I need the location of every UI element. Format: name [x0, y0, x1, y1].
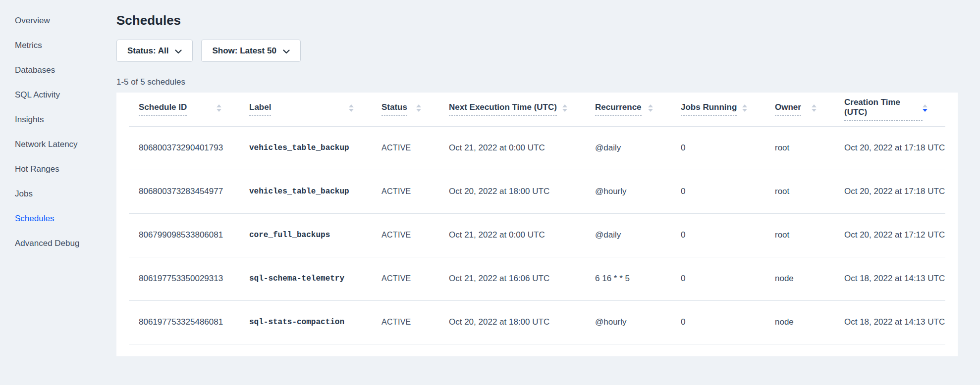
sort-icon[interactable] [416, 104, 421, 112]
status-filter-dropdown[interactable]: Status: All [116, 40, 193, 62]
cell-next-execution: Oct 20, 2022 at 18:00 UTC [439, 170, 585, 213]
sidebar-item-advanced-debug[interactable]: Advanced Debug [15, 239, 116, 248]
cell-status: ACTIVE [372, 257, 439, 300]
cell-schedule-id: 806800373283454977 [129, 170, 239, 213]
cell-owner: node [765, 257, 834, 300]
cell-status: ACTIVE [372, 300, 439, 344]
column-header-recurrence[interactable]: Recurrence [585, 93, 671, 126]
main-content: Schedules Status: All Show: Latest 50 1-… [116, 0, 980, 385]
sort-icon[interactable] [648, 104, 653, 112]
app-root: Overview Metrics Databases SQL Activity … [0, 0, 980, 385]
filter-bar: Status: All Show: Latest 50 [116, 40, 958, 62]
column-header-jobs-running[interactable]: Jobs Running [671, 93, 765, 126]
cell-owner: root [765, 126, 834, 170]
sidebar-item-schedules[interactable]: Schedules [15, 214, 116, 223]
sort-icon[interactable] [217, 104, 221, 112]
cell-label: vehicles_table_backup [239, 126, 372, 170]
sidebar-nav-list: Overview Metrics Databases SQL Activity … [15, 16, 116, 248]
cell-schedule-id: 806800373290401793 [129, 126, 239, 170]
cell-jobs-running: 0 [671, 300, 765, 344]
chevron-down-icon [175, 47, 182, 56]
table-row: 806800373290401793vehicles_table_backupA… [129, 126, 945, 170]
show-filter-label: Show: Latest 50 [212, 46, 276, 56]
table-row: 806197753350029313sql-schema-telemetryAC… [129, 257, 945, 300]
cell-jobs-running: 0 [671, 170, 765, 213]
show-filter-dropdown[interactable]: Show: Latest 50 [201, 40, 300, 62]
table-header-row: Schedule ID Label Status Next Execution … [129, 93, 945, 126]
column-header-label[interactable]: Label [239, 93, 372, 126]
sidebar: Overview Metrics Databases SQL Activity … [0, 0, 116, 385]
schedules-table-card: Schedule ID Label Status Next Execution … [116, 93, 958, 356]
column-header-creation-time[interactable]: Creation Time (UTC) [834, 93, 945, 126]
cell-next-execution: Oct 21, 2022 at 0:00 UTC [439, 126, 585, 170]
sidebar-item-network-latency[interactable]: Network Latency [15, 140, 116, 149]
schedules-table: Schedule ID Label Status Next Execution … [129, 93, 945, 344]
cell-status: ACTIVE [372, 213, 439, 257]
sort-icon[interactable] [562, 104, 567, 112]
cell-recurrence: @daily [585, 213, 671, 257]
cell-creation-time: Oct 20, 2022 at 17:12 UTC [834, 213, 945, 257]
sidebar-item-insights[interactable]: Insights [15, 115, 116, 124]
cell-next-execution: Oct 21, 2022 at 0:00 UTC [439, 213, 585, 257]
cell-recurrence: @hourly [585, 170, 671, 213]
sort-icon[interactable] [349, 104, 354, 112]
column-header-schedule-id[interactable]: Schedule ID [129, 93, 239, 126]
cell-status: ACTIVE [372, 126, 439, 170]
cell-label: sql-schema-telemetry [239, 257, 372, 300]
table-row: 806799098533806081core_full_backupsACTIV… [129, 213, 945, 257]
table-row: 806197753325486081sql-stats-compactionAC… [129, 300, 945, 344]
cell-jobs-running: 0 [671, 257, 765, 300]
status-filter-label: Status: All [127, 46, 168, 56]
cell-creation-time: Oct 20, 2022 at 17:18 UTC [834, 170, 945, 213]
column-header-next-execution-time[interactable]: Next Execution Time (UTC) [439, 93, 585, 126]
results-count: 1-5 of 5 schedules [116, 77, 958, 88]
page-title: Schedules [116, 12, 958, 29]
cell-label: vehicles_table_backup [239, 170, 372, 213]
cell-owner: root [765, 213, 834, 257]
table-row: 806800373283454977vehicles_table_backupA… [129, 170, 945, 213]
sort-icon[interactable] [742, 104, 747, 112]
cell-recurrence: @daily [585, 126, 671, 170]
cell-status: ACTIVE [372, 170, 439, 213]
cell-schedule-id: 806197753325486081 [129, 300, 239, 344]
cell-schedule-id: 806197753350029313 [129, 257, 239, 300]
cell-creation-time: Oct 20, 2022 at 17:18 UTC [834, 126, 945, 170]
sidebar-item-hot-ranges[interactable]: Hot Ranges [15, 165, 116, 174]
cell-next-execution: Oct 20, 2022 at 18:00 UTC [439, 300, 585, 344]
cell-recurrence: @hourly [585, 300, 671, 344]
cell-schedule-id: 806799098533806081 [129, 213, 239, 257]
cell-recurrence: 6 16 * * 5 [585, 257, 671, 300]
sidebar-item-sql-activity[interactable]: SQL Activity [15, 91, 116, 99]
cell-next-execution: Oct 21, 2022 at 16:06 UTC [439, 257, 585, 300]
cell-creation-time: Oct 18, 2022 at 14:13 UTC [834, 300, 945, 344]
chevron-down-icon [283, 47, 290, 56]
cell-owner: root [765, 170, 834, 213]
cell-jobs-running: 0 [671, 126, 765, 170]
table-body: 806800373290401793vehicles_table_backupA… [129, 126, 945, 344]
column-header-status[interactable]: Status [372, 93, 439, 126]
sidebar-item-metrics[interactable]: Metrics [15, 41, 116, 50]
cell-owner: node [765, 300, 834, 344]
cell-label: core_full_backups [239, 213, 372, 257]
sidebar-item-jobs[interactable]: Jobs [15, 190, 116, 198]
sidebar-item-databases[interactable]: Databases [15, 66, 116, 75]
sort-icon[interactable] [812, 104, 817, 112]
sidebar-item-overview[interactable]: Overview [15, 16, 116, 25]
cell-jobs-running: 0 [671, 213, 765, 257]
cell-creation-time: Oct 18, 2022 at 14:13 UTC [834, 257, 945, 300]
cell-label: sql-stats-compaction [239, 300, 372, 344]
column-header-owner[interactable]: Owner [765, 93, 834, 126]
sort-icon[interactable] [923, 104, 927, 112]
